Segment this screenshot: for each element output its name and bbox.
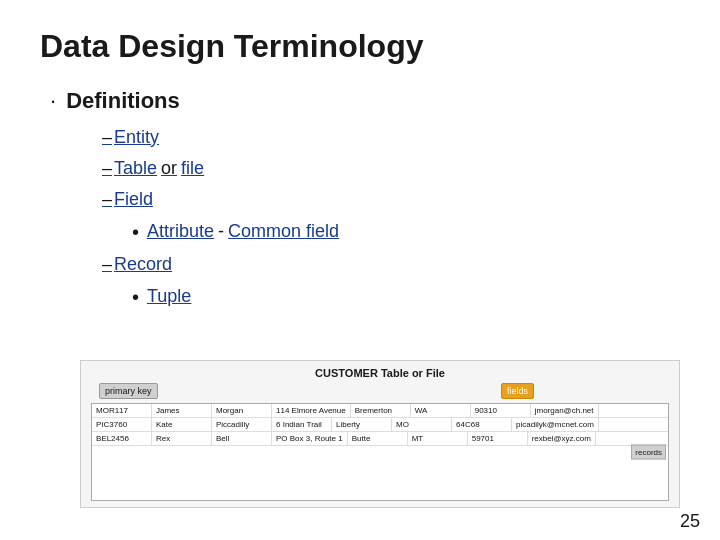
dash-entity: –	[102, 124, 112, 151]
table-row: MOR117 James Morgan 114 Elmore Avenue Br…	[92, 404, 668, 418]
cell: 90310	[471, 404, 531, 417]
tuple-item: • Tuple	[132, 282, 680, 312]
cell: WA	[411, 404, 471, 417]
common-field-link[interactable]: Common field	[228, 218, 339, 245]
bullet-dot: ·	[50, 87, 56, 116]
diagram-title: CUSTOMER Table or File	[315, 367, 445, 379]
separator-text: -	[218, 218, 224, 245]
cell: Bell	[212, 432, 272, 445]
cell: Morgan	[212, 404, 272, 417]
cell: picadilyk@mcnet.com	[512, 418, 599, 431]
cell: jmorgan@ch.net	[531, 404, 599, 417]
cell: 59701	[468, 432, 528, 445]
slide-title: Data Design Terminology	[40, 28, 680, 65]
record-link[interactable]: Record	[114, 251, 172, 278]
cell: Piccadilly	[212, 418, 272, 431]
cell: MT	[408, 432, 468, 445]
cell: Bremerton	[351, 404, 411, 417]
attribute-dot: •	[132, 217, 139, 247]
diagram-inner: CUSTOMER Table or File primary key field…	[81, 361, 679, 507]
definitions-label: Definitions	[66, 87, 180, 116]
attribute-item: • Attribute - Common field	[132, 217, 680, 247]
primary-key-box: primary key	[99, 383, 158, 399]
slide: Data Design Terminology · Definitions – …	[0, 0, 720, 540]
field-item: – Field	[102, 186, 680, 213]
cell: PIC3760	[92, 418, 152, 431]
cell: 6 Indian Trail	[272, 418, 332, 431]
attribute-link[interactable]: Attribute	[147, 218, 214, 245]
tuple-dot: •	[132, 282, 139, 312]
definitions-bullet: · Definitions	[50, 87, 680, 116]
sub-list: – Entity – Table or file – Field • Attri…	[50, 124, 680, 312]
cell: BEL2456	[92, 432, 152, 445]
cell: Kate	[152, 418, 212, 431]
field-sub-list: • Attribute - Common field	[102, 217, 680, 247]
field-link[interactable]: Field	[114, 186, 153, 213]
content-area: · Definitions – Entity – Table or file –…	[40, 87, 680, 312]
tuple-link[interactable]: Tuple	[147, 283, 191, 310]
dash-table: –	[102, 155, 112, 182]
table-row: BEL2456 Rex Bell PO Box 3, Route 1 Butte…	[92, 432, 668, 446]
file-link[interactable]: file	[181, 155, 204, 182]
records-label: records	[631, 445, 666, 460]
dash-record: –	[102, 251, 112, 278]
cell: Butte	[348, 432, 408, 445]
cell: MO	[392, 418, 452, 431]
cell: PO Box 3, Route 1	[272, 432, 348, 445]
table-link[interactable]: Table	[114, 155, 157, 182]
cell: Liberty	[332, 418, 392, 431]
table-or-text: or	[161, 155, 177, 182]
page-number: 25	[680, 511, 700, 532]
table-row: PIC3760 Kate Piccadilly 6 Indian Trail L…	[92, 418, 668, 432]
cell: 114 Elmore Avenue	[272, 404, 351, 417]
diagram-table: MOR117 James Morgan 114 Elmore Avenue Br…	[91, 403, 669, 501]
cell: Rex	[152, 432, 212, 445]
table-item: – Table or file	[102, 155, 680, 182]
cell: MOR117	[92, 404, 152, 417]
cell: James	[152, 404, 212, 417]
cell: rexbel@xyz.com	[528, 432, 596, 445]
diagram-container: CUSTOMER Table or File primary key field…	[80, 360, 680, 508]
record-sub-list: • Tuple	[102, 282, 680, 312]
record-item: – Record	[102, 251, 680, 278]
dash-field: –	[102, 186, 112, 213]
cell: 64C68	[452, 418, 512, 431]
entity-item: – Entity	[102, 124, 680, 151]
entity-link[interactable]: Entity	[114, 124, 159, 151]
fields-box: fields	[501, 383, 534, 399]
